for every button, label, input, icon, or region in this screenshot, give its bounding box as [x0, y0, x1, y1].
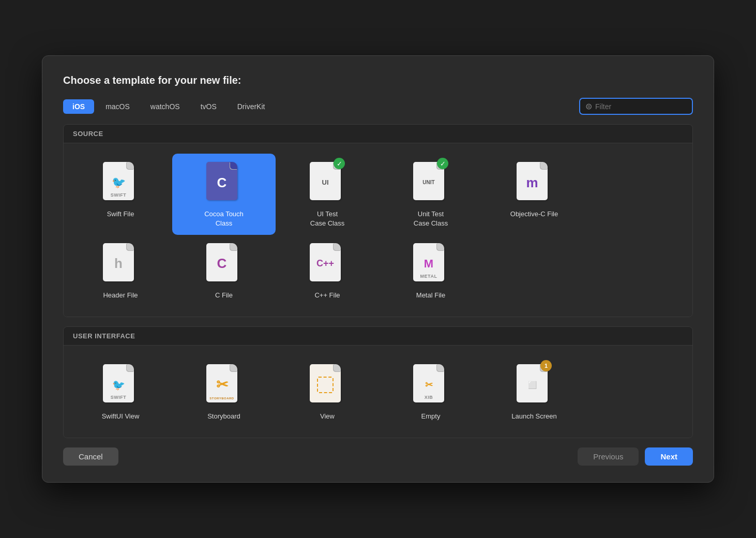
- empty-label: Empty: [421, 412, 441, 421]
- objective-c-label: Objective-C File: [510, 210, 558, 219]
- cpp-file-icon: C++: [310, 243, 345, 286]
- template-cpp-file[interactable]: C++ C++ File: [276, 235, 379, 306]
- storyboard-label: Storyboard: [207, 412, 240, 421]
- tab-watchos[interactable]: watchOS: [141, 99, 189, 114]
- filter-box[interactable]: ⊜: [579, 98, 693, 115]
- template-cocoa-touch-class[interactable]: C Cocoa TouchClass: [172, 154, 276, 234]
- template-objective-c-file[interactable]: m Objective-C File: [482, 154, 586, 234]
- header-file-icon: h: [103, 243, 138, 286]
- view-label: View: [320, 412, 335, 421]
- filter-input[interactable]: [595, 102, 687, 111]
- user-interface-section-header: User Interface: [64, 327, 692, 346]
- cocoa-touch-icon: C: [206, 162, 241, 204]
- footer-right: Previous Next: [578, 447, 693, 466]
- template-empty[interactable]: ✂ XIB Empty: [379, 356, 482, 427]
- tab-driverkit[interactable]: DriverKit: [228, 99, 275, 114]
- template-metal-file[interactable]: M METAL Metal File: [379, 235, 482, 306]
- source-grid: 🐦 SWIFT Swift File C Cocoa TouchClass: [64, 143, 692, 317]
- tab-tvos[interactable]: tvOS: [191, 99, 226, 114]
- dialog-title: Choose a template for your new file:: [63, 74, 693, 86]
- ui-test-icon: UI ✓: [310, 162, 345, 204]
- template-storyboard[interactable]: ✂ STORYBOARD Storyboard: [172, 356, 276, 427]
- user-interface-section: User Interface 🐦 SWIFT SwiftUI View ✂ ST…: [63, 326, 693, 438]
- source-section: Source 🐦 SWIFT Swift File C: [63, 124, 693, 317]
- filter-icon: ⊜: [585, 101, 592, 111]
- cpp-file-label: C++ File: [314, 291, 340, 300]
- empty-icon: ✂ XIB: [413, 364, 448, 407]
- previous-button[interactable]: Previous: [578, 447, 639, 466]
- platform-tabs: iOS macOS watchOS tvOS DriverKit: [63, 99, 577, 114]
- template-ui-test-case-class[interactable]: UI ✓ UI TestCase Class: [276, 154, 379, 234]
- swift-file-icon: 🐦 SWIFT: [103, 162, 138, 204]
- unit-test-icon: UNIT ✓: [413, 162, 448, 204]
- unit-test-label: Unit TestCase Class: [414, 210, 448, 228]
- next-button[interactable]: Next: [645, 447, 693, 466]
- user-interface-grid: 🐦 SWIFT SwiftUI View ✂ STORYBOARD Storyb…: [64, 346, 692, 438]
- template-unit-test-case-class[interactable]: UNIT ✓ Unit TestCase Class: [379, 154, 482, 234]
- c-file-icon: C: [206, 243, 241, 286]
- dialog-footer: Cancel Previous Next: [63, 447, 693, 466]
- tab-ios[interactable]: iOS: [63, 99, 94, 114]
- tab-macos[interactable]: macOS: [96, 99, 139, 114]
- cancel-button[interactable]: Cancel: [63, 447, 118, 466]
- header-file-label: Header File: [103, 291, 138, 300]
- metal-file-icon: M METAL: [413, 243, 448, 286]
- template-view[interactable]: View: [276, 356, 379, 427]
- ui-test-label: UI TestCase Class: [310, 210, 344, 228]
- swiftui-view-label: SwiftUI View: [102, 412, 140, 421]
- template-swift-file[interactable]: 🐦 SWIFT Swift File: [69, 154, 172, 234]
- template-header-file[interactable]: h Header File: [69, 235, 172, 306]
- objective-c-icon: m: [517, 162, 552, 204]
- launch-screen-label: Launch Screen: [511, 412, 556, 421]
- storyboard-icon: ✂ STORYBOARD: [206, 364, 241, 407]
- view-icon: [310, 364, 345, 407]
- c-file-label: C File: [215, 291, 233, 300]
- launch-screen-icon: ⬜ 1: [517, 364, 552, 407]
- metal-file-label: Metal File: [416, 291, 445, 300]
- cocoa-touch-label: Cocoa TouchClass: [204, 210, 244, 228]
- tab-bar: iOS macOS watchOS tvOS DriverKit ⊜: [63, 98, 693, 115]
- source-section-header: Source: [64, 125, 692, 143]
- template-c-file[interactable]: C C File: [172, 235, 276, 306]
- swiftui-view-icon: 🐦 SWIFT: [103, 364, 138, 407]
- new-file-dialog: Choose a template for your new file: iOS…: [42, 55, 714, 483]
- template-swiftui-view[interactable]: 🐦 SWIFT SwiftUI View: [69, 356, 172, 427]
- swift-file-label: Swift File: [107, 210, 134, 219]
- template-launch-screen[interactable]: ⬜ 1 Launch Screen: [482, 356, 586, 427]
